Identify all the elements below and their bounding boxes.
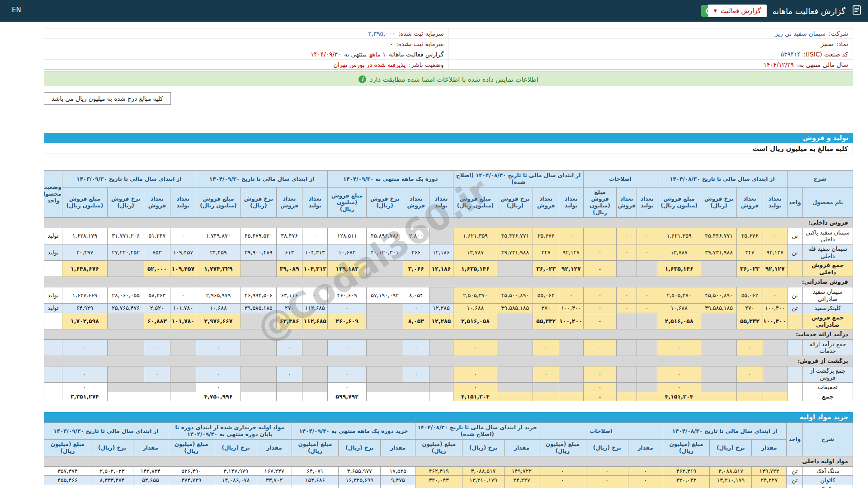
table-cell: ۴۵,۴۷۹,۵۲۰	[241, 228, 276, 244]
table-cell: ۴,۷۵۰,۹۹۶	[196, 392, 241, 401]
table-cell: ۰	[586, 485, 628, 488]
table-cell: ۳۸,۴۷۶	[276, 228, 302, 244]
table-cell: ۰	[302, 228, 328, 244]
table-row: جمع فروش داخلی۹۲,۱۲۷۳۶,۰۲۳۱,۶۳۵,۱۴۶۰۹۲,۱…	[44, 261, 853, 277]
language-toggle[interactable]: EN	[12, 6, 21, 14]
table-cell: ۲,۵۲۰	[144, 304, 170, 313]
table-cell: ۴۰,۱۲۰,۳۰۱	[367, 244, 403, 260]
table-cell: ۰	[559, 287, 583, 304]
table-row: سیمان سفید پاکتی داخلیتن۰۳۵,۶۷۶۴۵,۴۴۶,۷۷…	[44, 228, 853, 244]
table-cell: ۲,۹۷۶,۶۶۷	[196, 313, 241, 329]
table-cell	[559, 382, 583, 392]
table-cell: ۳,۰۶۶	[403, 261, 429, 277]
section-row-label: برگشت از فروش:	[44, 356, 853, 366]
table-cell: ۲۴,۲۲۷	[505, 476, 539, 485]
section-row-label: فروش صادراتی:	[44, 277, 853, 287]
table-cell	[617, 313, 637, 329]
table-cell: ۹,۴۷۵	[381, 476, 415, 485]
info-text: ۱۴۰۴/۱۲/۲۹	[764, 61, 794, 68]
raw-materials-table: شرحواحداز ابتدای سال مالی تا تاریخ ۱۴۰۴/…	[44, 422, 853, 488]
table-cell	[637, 392, 657, 401]
section-row-label: درآمد ارائه خدمات:	[44, 329, 853, 340]
table-cell: ۰	[583, 382, 617, 392]
info-text: منتهی به	[344, 51, 366, 58]
unit-cell	[787, 339, 802, 356]
table-cell: ۰	[583, 287, 617, 304]
product-name-cell: سیمان سفید صادراتی	[802, 287, 853, 304]
table-cell: ۰	[657, 366, 701, 382]
table-cell: ۱,۴۷۶	[257, 485, 292, 488]
table-cell	[302, 392, 328, 401]
table-cell	[533, 382, 559, 392]
product-name-cell: سیمان سفید پاکتی داخلی	[802, 228, 853, 244]
table-cell	[367, 382, 403, 392]
table-cell: ۱۰۰,۴۰۰	[763, 304, 787, 313]
info-link[interactable]: سیمان سفید نی ریز	[775, 30, 826, 37]
unit-cell	[787, 382, 802, 392]
table-cell: ۰	[628, 485, 663, 488]
table-cell: ۵۵,۳۳۲	[737, 313, 763, 329]
unit-cell: تن	[787, 287, 802, 304]
unit-cell	[787, 392, 802, 401]
table-cell	[429, 392, 453, 401]
table-row: جمع برگشت از فروش۰۰۰۰۰۰۰۰۰۰۰	[44, 366, 853, 382]
table-cell: ۳۱,۷۷۱,۲۰۶	[108, 228, 144, 244]
column-header: اصلاحات	[539, 423, 663, 440]
table-cell: ۱,۴۷۶	[505, 485, 539, 488]
table-cell: ۱۲,۲۸۵	[429, 313, 453, 329]
table-cell	[429, 228, 453, 244]
materials-table-mount: شرحواحداز ابتدای سال مالی تا تاریخ ۱۴۰۴/…	[44, 422, 853, 488]
table-cell	[701, 392, 737, 401]
table-cell	[170, 339, 196, 356]
product-name-cell: سنگ آهک	[803, 466, 853, 476]
status-cell: تولید	[44, 304, 62, 313]
column-header: از ابتدای سال مالی تا تاریخ ۱۴۰۴/۰۸/۳۰	[657, 171, 787, 188]
table-cell: ۳,۱۴۷,۹۷۹	[215, 466, 257, 476]
table-cell: ۱,۶۲۱,۳۵۹	[657, 228, 701, 244]
table-cell	[429, 382, 453, 392]
table-cell	[170, 392, 196, 401]
table-cell: ۰	[763, 287, 787, 304]
table-cell: ۲۷۰	[533, 304, 559, 313]
table-cell: ۰	[533, 366, 559, 382]
table-cell: ۵۵,۰۶۲	[533, 287, 559, 304]
column-header: از ابتدای سال مالی تا تاریخ ۱۴۰۴/۰۹/۳۰	[196, 171, 328, 188]
table-cell: ۲,۵۱۶,۰۵۸	[657, 313, 701, 329]
table-cell: ۲۶۶	[403, 244, 429, 260]
column-header: مقدار	[381, 440, 415, 456]
info-text: ۱۴۰۴/۰۹/۳۰	[311, 51, 341, 58]
table-cell: ۰	[583, 244, 617, 260]
table-cell	[559, 392, 583, 401]
report-type-button[interactable]: گزارش فعالیت ▼	[708, 5, 767, 17]
section-row-label: فروش داخلی:	[44, 218, 853, 228]
table-cell	[108, 339, 144, 356]
table-cell: ۰	[737, 366, 763, 382]
table-cell	[637, 339, 657, 356]
column-header: نرخ (ریال)	[339, 440, 381, 456]
table-cell	[637, 313, 657, 329]
table-cell	[241, 392, 276, 401]
table-cell	[108, 382, 144, 392]
table-cell: ۰	[737, 339, 763, 356]
table-cell: ۵۵,۰۶۲	[737, 287, 763, 304]
table-cell: ۲,۵۰۲,۰۲۳	[91, 466, 133, 476]
table-cell: ۵,۹۷۶	[415, 485, 462, 488]
table-cell	[637, 261, 657, 277]
info-text: گزارش فعالیت ماهانه	[389, 51, 443, 58]
table-cell: ۱۰۴,۳۱۳	[302, 244, 328, 260]
table-cell: ۳۹,۷۳۱,۹۸۸	[701, 244, 737, 260]
info-text: سال مالی منتهی به:	[797, 61, 848, 68]
column-header: تعداد تولید	[637, 188, 657, 218]
table-cell: ۷۵۳	[144, 244, 170, 260]
info-cell: کد صنعت (ISIC):۵۳۹۴۱۴	[448, 49, 853, 60]
column-header: مبلغ فروش (میلیون ریال)	[583, 188, 617, 218]
table-cell: ۰	[583, 304, 617, 313]
unit-cell: تن	[787, 476, 803, 485]
table-cell: ۰	[628, 466, 663, 476]
production-sales-table: شرحاز ابتدای سال مالی تا تاریخ ۱۴۰۴/۰۸/۳…	[44, 170, 853, 401]
table-cell: ۳۹,۵۸۵,۱۸۵	[701, 304, 737, 313]
table-cell: ۲,۸۰۰	[403, 228, 429, 244]
column-header: نرخ فروش (ریال)	[241, 188, 276, 218]
column-header: تعداد فروش	[737, 188, 763, 218]
table-cell: ۶۳,۱۱۶	[276, 287, 302, 304]
